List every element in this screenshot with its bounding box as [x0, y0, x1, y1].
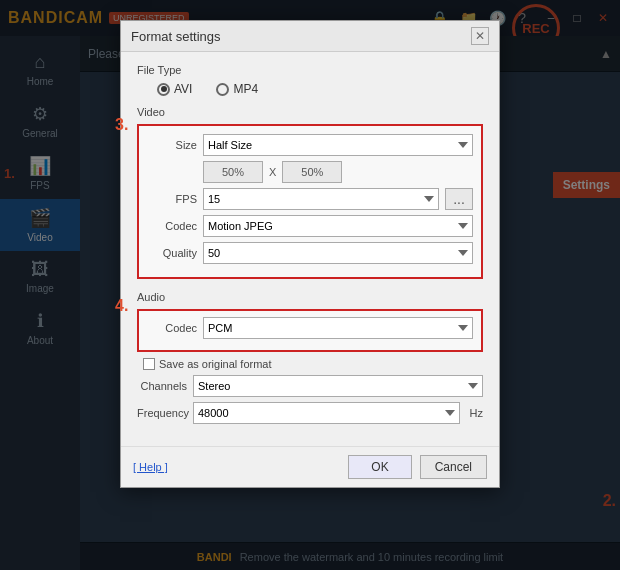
x-separator: X: [269, 166, 276, 178]
app-window: BANDICAM UNREGISTERED 🔒 📁 🕐 ? – □ ✕ REC …: [0, 0, 620, 570]
ok-button[interactable]: OK: [348, 455, 411, 479]
help-link[interactable]: [ Help ]: [133, 461, 168, 473]
dialog-title: Format settings: [131, 29, 221, 44]
channels-select[interactable]: Stereo: [193, 375, 483, 397]
avi-option[interactable]: AVI: [157, 82, 192, 96]
avi-label: AVI: [174, 82, 192, 96]
format-settings-dialog: Format settings ✕ File Type AVI: [120, 20, 500, 488]
audio-codec-box: Codec PCM: [137, 309, 483, 352]
mp4-radio[interactable]: [216, 83, 229, 96]
size-label: Size: [147, 139, 197, 151]
fps-select[interactable]: 15: [203, 188, 439, 210]
fps-dots-button[interactable]: ...: [445, 188, 473, 210]
step3-label: 3.: [115, 116, 128, 134]
dialog-body: File Type AVI MP4 Video: [121, 52, 499, 446]
audio-codec-label: Codec: [147, 322, 197, 334]
save-format-row: Save as original format: [137, 358, 483, 370]
fps-label: FPS: [147, 193, 197, 205]
file-type-row: AVI MP4: [137, 82, 483, 96]
percent-y-box: 50%: [282, 161, 342, 183]
quality-select[interactable]: 50: [203, 242, 473, 264]
percent-row: 50% X 50%: [147, 161, 473, 183]
mp4-label: MP4: [233, 82, 258, 96]
video-settings-box: Size Half Size 50% X 50%: [137, 124, 483, 279]
avi-radio[interactable]: [157, 83, 170, 96]
codec-label: Codec: [147, 220, 197, 232]
video-section: Video 3. Size Half Size: [137, 106, 483, 279]
video-label: Video: [137, 106, 483, 118]
quality-label: Quality: [147, 247, 197, 259]
step4-label: 4.: [115, 297, 128, 315]
frequency-row: Frequency 48000 Hz: [137, 402, 483, 424]
footer-buttons: OK Cancel: [348, 455, 487, 479]
hz-label: Hz: [470, 407, 483, 419]
audio-codec-select[interactable]: PCM: [203, 317, 473, 339]
channels-label: Channels: [137, 380, 187, 392]
cancel-button[interactable]: Cancel: [420, 455, 487, 479]
mp4-option[interactable]: MP4: [216, 82, 258, 96]
size-row: Size Half Size: [147, 134, 473, 156]
save-format-label: Save as original format: [159, 358, 272, 370]
fps-row: FPS 15 ...: [147, 188, 473, 210]
save-format-checkbox[interactable]: [143, 358, 155, 370]
codec-row: Codec Motion JPEG: [147, 215, 473, 237]
audio-section: Audio 4. Codec PCM: [137, 291, 483, 424]
quality-row: Quality 50: [147, 242, 473, 264]
audio-codec-row: Codec PCM: [147, 317, 473, 339]
frequency-select[interactable]: 48000: [193, 402, 460, 424]
dialog-footer: [ Help ] OK Cancel: [121, 446, 499, 487]
dialog-title-bar: Format settings ✕: [121, 21, 499, 52]
modal-overlay: Format settings ✕ File Type AVI: [0, 0, 620, 570]
percent-x-box: 50%: [203, 161, 263, 183]
frequency-label: Frequency: [137, 407, 187, 419]
codec-select[interactable]: Motion JPEG: [203, 215, 473, 237]
dialog-close-button[interactable]: ✕: [471, 27, 489, 45]
size-select[interactable]: Half Size: [203, 134, 473, 156]
file-type-label: File Type: [137, 64, 483, 76]
audio-label: Audio: [137, 291, 483, 303]
channels-row: Channels Stereo: [137, 375, 483, 397]
